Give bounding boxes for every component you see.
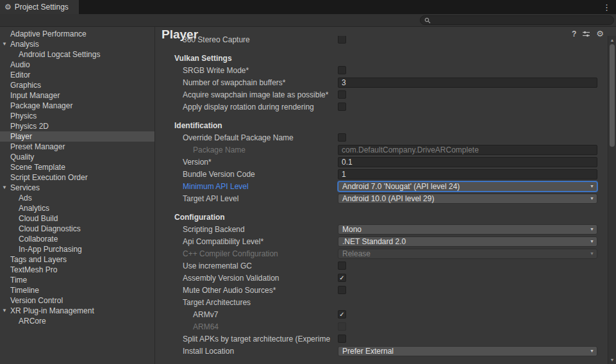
sidebar-item-input-manager[interactable]: Input Manager [0, 90, 154, 101]
row-control [338, 261, 608, 270]
armv7-checkbox[interactable]: ✓ [338, 310, 346, 318]
sidebar-item-ads[interactable]: Ads [0, 193, 154, 203]
chevron-down-icon: ▼ [590, 239, 594, 244]
sidebar-item-in-app-purchasing[interactable]: In-App Purchasing [0, 244, 154, 254]
section-title: Vulkan Settings [155, 54, 232, 63]
preset-icon[interactable] [582, 30, 590, 38]
sidebar-item-cloud-build[interactable]: Cloud Build [0, 213, 154, 224]
scripting-backend-dropdown[interactable]: Mono▼ [338, 224, 597, 235]
sidebar-item-label: Editor [10, 70, 30, 79]
sidebar-item-scene-template[interactable]: Scene Template [0, 162, 154, 172]
row-assembly-version-validation: Assembly Version Validation✓ [155, 272, 608, 284]
scroll-up-icon[interactable]: ▲ [608, 37, 616, 44]
dropdown-value: Android 10.0 (API level 29) [342, 194, 587, 203]
row-srgb-write-mode: SRGB Write Mode* [155, 64, 608, 76]
search-icon [424, 17, 431, 24]
sidebar-item-script-execution-order[interactable]: Script Execution Order [0, 172, 154, 183]
scrollbar-thumb[interactable] [610, 44, 615, 147]
sidebar-item-time[interactable]: Time [0, 275, 154, 285]
sidebar-item-xr-plug-in-management[interactable]: ▼XR Plug-in Management [0, 306, 154, 316]
sidebar-item-physics[interactable]: Physics [0, 111, 154, 121]
sidebar-item-graphics[interactable]: Graphics [0, 80, 154, 90]
sidebar-item-quality[interactable]: Quality [0, 152, 154, 162]
sidebar-item-analysis[interactable]: ▼Analysis [0, 39, 154, 49]
version-field[interactable] [338, 157, 597, 167]
gear-icon[interactable]: ⚙ [596, 30, 604, 38]
dropdown-value: Mono [342, 225, 587, 234]
override-default-package-name-checkbox[interactable] [338, 133, 346, 142]
section-title: Configuration [155, 213, 225, 222]
api-compatibility-level-dropdown[interactable]: .NET Standard 2.0▼ [338, 236, 597, 247]
row-control [338, 90, 608, 99]
sidebar-item-package-manager[interactable]: Package Manager [0, 101, 154, 111]
project-settings-window: ⚙ Project Settings ⋮ Adaptive Performanc… [0, 0, 616, 364]
arm64-checkbox [338, 322, 346, 331]
sidebar-item-label: Physics [10, 112, 37, 120]
bundle-version-code-field[interactable] [338, 169, 597, 179]
row-package-name: Package Name [155, 144, 608, 156]
tab-project-settings[interactable]: ⚙ Project Settings [0, 0, 79, 14]
minimum-api-level-dropdown[interactable]: Android 7.0 'Nougat' (API level 24)▼ [338, 181, 597, 192]
player-settings-panel: Player ? ⚙ 360 Stereo CaptureVulkan Sett… [155, 27, 616, 364]
search-input[interactable] [433, 16, 610, 24]
vertical-scrollbar[interactable]: ▲ ▼ [608, 36, 616, 364]
section-header-vulkan-settings: Vulkan Settings [155, 52, 608, 64]
row-control: ✓ [338, 310, 608, 318]
sidebar-item-textmesh-pro[interactable]: TextMesh Pro [0, 265, 154, 275]
sidebar-item-preset-manager[interactable]: Preset Manager [0, 142, 154, 152]
row-control [338, 103, 608, 111]
panel-header-icons: ? ⚙ [572, 30, 604, 38]
sidebar-item-player[interactable]: Player [0, 131, 154, 142]
foldout-arrow-icon[interactable]: ▼ [2, 183, 7, 193]
window-menu-icon[interactable]: ⋮ [599, 0, 614, 14]
window-body: Adaptive Performance▼AnalysisAndroid Log… [0, 27, 616, 364]
foldout-arrow-icon[interactable]: ▼ [2, 306, 7, 316]
sidebar-item-android-logcat-settings[interactable]: Android Logcat Settings [0, 49, 154, 60]
help-icon[interactable]: ? [572, 30, 576, 38]
srgb-write-mode-checkbox[interactable] [338, 66, 346, 74]
sidebar-item-collaborate[interactable]: Collaborate [0, 234, 154, 244]
row-label: Version* [155, 158, 338, 167]
apply-display-rotation-during-rendering-checkbox[interactable] [338, 103, 346, 111]
sidebar-item-audio[interactable]: Audio [0, 60, 154, 70]
chevron-down-icon: ▼ [590, 349, 594, 353]
tab-title: Project Settings [15, 3, 69, 12]
scroll-down-icon[interactable]: ▼ [608, 356, 616, 363]
row-label: Install Location [155, 347, 338, 356]
sidebar-item-label: Cloud Build [19, 214, 58, 223]
row-label: SRGB Write Mode* [155, 66, 338, 75]
sidebar-item-analytics[interactable]: Analytics [0, 203, 154, 213]
sidebar-item-timeline[interactable]: Timeline [0, 285, 154, 295]
target-api-level-dropdown[interactable]: Android 10.0 (API level 29)▼ [338, 194, 597, 204]
search-box[interactable] [420, 15, 614, 25]
row-acquire-swapchain-image-late-as-possible: Acquire swapchain image late as possible… [155, 88, 608, 101]
sidebar-item-label: Analysis [10, 40, 39, 49]
sidebar-item-version-control[interactable]: Version Control [0, 295, 154, 306]
row-armv7: ARMv7✓ [155, 308, 608, 320]
sidebar-item-label: Quality [10, 153, 34, 161]
foldout-arrow-icon[interactable]: ▼ [2, 39, 7, 49]
use-incremental-gc-checkbox[interactable] [338, 261, 346, 270]
sidebar-item-editor[interactable]: Editor [0, 70, 154, 80]
acquire-swapchain-image-late-as-possible-checkbox[interactable] [338, 90, 346, 99]
sidebar-item-label: Graphics [10, 81, 41, 90]
assembly-version-validation-checkbox[interactable]: ✓ [338, 274, 346, 282]
sidebar-item-arcore[interactable]: ARCore [0, 316, 154, 326]
number-of-swapchain-buffers-field[interactable] [338, 78, 597, 88]
row-api-compatibility-level: Api Compatibility Level*.NET Standard 2.… [155, 235, 608, 247]
360-stereo-capture-checkbox[interactable] [338, 36, 346, 44]
row-target-architectures: Target Architectures [155, 296, 608, 308]
dropdown-value: Release [342, 249, 587, 258]
split-apks-by-target-architecture-experime-checkbox[interactable] [338, 335, 346, 343]
sidebar-item-cloud-diagnostics[interactable]: Cloud Diagnostics [0, 224, 154, 234]
sidebar-item-tags-and-layers[interactable]: Tags and Layers [0, 254, 154, 265]
install-location-dropdown[interactable]: Prefer External▼ [338, 346, 597, 356]
sidebar-item-label: Collaborate [19, 235, 58, 244]
sidebar-item-physics-2d[interactable]: Physics 2D [0, 121, 154, 131]
row-label: Number of swapchain buffers* [155, 78, 338, 87]
chevron-down-icon: ▼ [590, 227, 594, 231]
sidebar-item-label: Scene Template [10, 163, 65, 172]
sidebar-item-services[interactable]: ▼Services [0, 183, 154, 193]
sidebar-item-adaptive-performance[interactable]: Adaptive Performance [0, 29, 154, 39]
mute-other-audio-sources-checkbox[interactable] [338, 286, 346, 294]
